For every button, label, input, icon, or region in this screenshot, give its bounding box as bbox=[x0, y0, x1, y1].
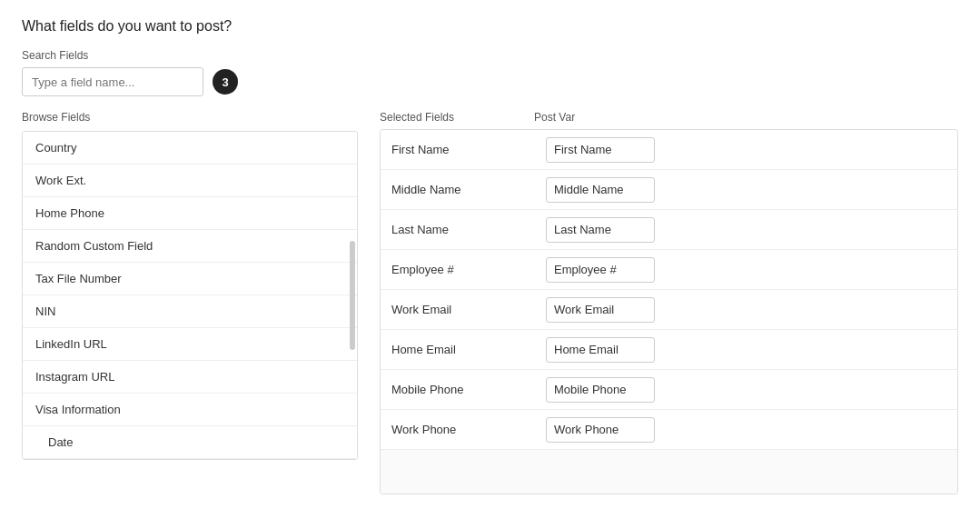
field-name: Last Name bbox=[391, 223, 535, 236]
field-name: Work Email bbox=[391, 303, 535, 316]
post-var-input[interactable] bbox=[546, 257, 655, 283]
table-row: First Name bbox=[381, 130, 957, 170]
scrollbar[interactable] bbox=[350, 241, 355, 350]
table-row: Last Name bbox=[381, 210, 957, 250]
browse-panel: Browse Fields Country Work Ext. Home Pho… bbox=[22, 111, 358, 494]
post-var-input[interactable] bbox=[546, 297, 655, 323]
table-row: Employee # bbox=[381, 250, 957, 290]
table-row: Work Email bbox=[381, 290, 957, 330]
list-item[interactable]: Random Custom Field bbox=[23, 230, 357, 263]
field-name: Middle Name bbox=[391, 183, 535, 196]
table-row: Middle Name bbox=[381, 170, 957, 210]
post-var-input[interactable] bbox=[546, 177, 655, 203]
field-name: Work Phone bbox=[391, 423, 535, 436]
search-input[interactable] bbox=[22, 67, 203, 96]
selected-headers: Selected Fields Post Var bbox=[380, 111, 958, 129]
table-row: Home Email bbox=[381, 330, 957, 370]
table-row: Work Phone bbox=[381, 410, 957, 450]
post-var-input[interactable] bbox=[546, 337, 655, 363]
post-var-input[interactable] bbox=[546, 217, 655, 243]
browse-group-visa: Visa Information bbox=[23, 394, 357, 426]
search-row: 3 bbox=[22, 67, 958, 96]
list-item[interactable]: LinkedIn URL bbox=[23, 328, 357, 361]
table-row: Mobile Phone bbox=[381, 370, 957, 410]
empty-row bbox=[381, 450, 957, 494]
selected-panel: Selected Fields Post Var First Name Midd… bbox=[380, 111, 958, 494]
badge: 3 bbox=[213, 69, 238, 95]
post-var-input[interactable] bbox=[546, 417, 655, 443]
list-item[interactable]: Date bbox=[23, 426, 357, 459]
page-title: What fields do you want to post? bbox=[22, 18, 958, 35]
selected-table: First Name Middle Name Last Name Employe… bbox=[380, 129, 958, 494]
post-var-header: Post Var bbox=[534, 111, 958, 124]
post-var-input[interactable] bbox=[546, 137, 655, 163]
list-item[interactable]: Instagram URL bbox=[23, 361, 357, 394]
field-name: Employee # bbox=[391, 263, 535, 276]
field-name: Home Email bbox=[391, 343, 535, 356]
post-var-input[interactable] bbox=[546, 377, 655, 403]
list-item[interactable]: Work Ext. bbox=[23, 165, 357, 197]
browse-label: Browse Fields bbox=[22, 111, 358, 124]
list-item[interactable]: NIN bbox=[23, 295, 357, 328]
selected-fields-header: Selected Fields bbox=[380, 111, 534, 124]
list-item[interactable]: Home Phone bbox=[23, 197, 357, 230]
columns-wrapper: Browse Fields Country Work Ext. Home Pho… bbox=[22, 111, 958, 494]
browse-list: Country Work Ext. Home Phone Random Cust… bbox=[22, 131, 358, 460]
field-name: First Name bbox=[391, 143, 535, 156]
list-item[interactable]: Country bbox=[23, 132, 357, 165]
list-item[interactable]: Tax File Number bbox=[23, 263, 357, 295]
search-label: Search Fields bbox=[22, 49, 958, 62]
field-name: Mobile Phone bbox=[391, 383, 535, 396]
